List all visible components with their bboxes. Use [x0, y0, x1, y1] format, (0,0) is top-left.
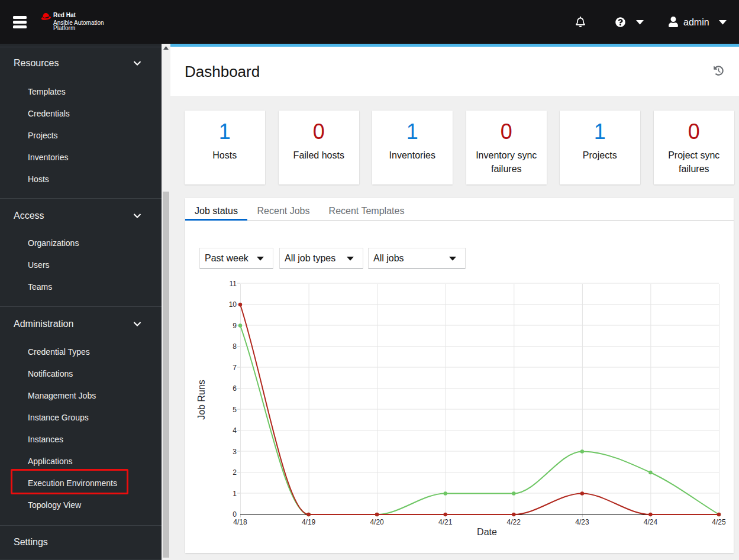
svg-text:4/20: 4/20	[370, 518, 384, 526]
svg-text:7: 7	[233, 364, 237, 372]
svg-text:4/24: 4/24	[644, 518, 658, 526]
svg-text:0: 0	[233, 510, 237, 519]
svg-text:6: 6	[233, 384, 237, 393]
svg-text:Date: Date	[477, 527, 497, 537]
svg-text:2: 2	[233, 468, 237, 477]
svg-text:Job Runs: Job Runs	[196, 380, 206, 420]
svg-text:5: 5	[233, 406, 237, 414]
svg-text:4/22: 4/22	[507, 518, 521, 526]
svg-text:10: 10	[229, 300, 237, 309]
svg-text:4/25: 4/25	[712, 518, 726, 526]
svg-text:8: 8	[233, 342, 237, 351]
svg-text:4: 4	[233, 426, 237, 435]
svg-text:1: 1	[233, 490, 237, 498]
svg-text:4/21: 4/21	[438, 518, 453, 526]
svg-text:9: 9	[233, 322, 237, 330]
svg-text:4/19: 4/19	[302, 518, 316, 526]
svg-text:4/23: 4/23	[575, 518, 589, 526]
svg-text:4/18: 4/18	[233, 518, 247, 526]
svg-text:11: 11	[230, 280, 237, 288]
svg-text:3: 3	[233, 448, 237, 456]
